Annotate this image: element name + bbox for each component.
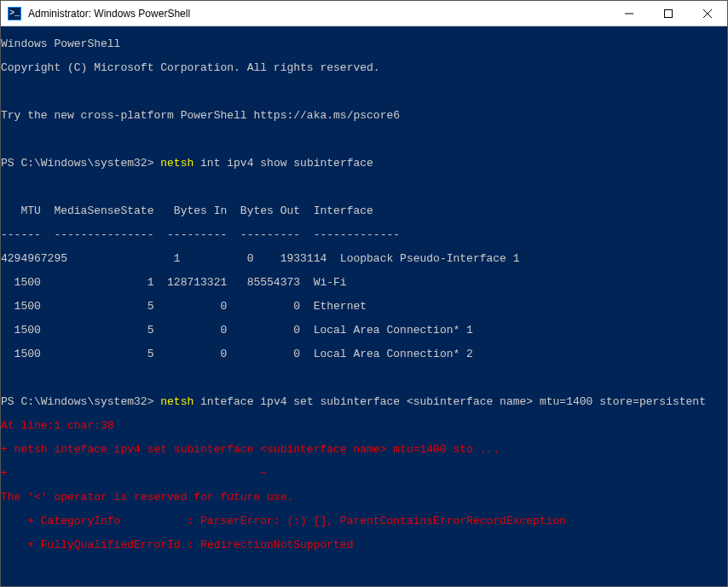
error-line: At line:1 char:38 [1, 420, 727, 432]
cmd-args: int ipv4 show subinterface [194, 157, 373, 170]
banner-line: Windows PowerShell [1, 38, 727, 50]
error-line: + CategoryInfo : ParserError: (:) [], Pa… [1, 515, 727, 527]
blank-line [1, 181, 727, 193]
window-title: Administrator: Windows PowerShell [26, 8, 610, 20]
prompt: PS C:\Windows\system32> [1, 157, 153, 170]
try-line: Try the new cross-platform PowerShell ht… [1, 110, 727, 122]
table-row: 1500 1 128713321 85554373 Wi-Fi [1, 277, 727, 289]
table-row: 4294967295 1 0 1933114 Loopback Pseudo-I… [1, 253, 727, 265]
prompt-line: PS C:\Windows\system32> netsh int ipv4 s… [1, 158, 727, 170]
svg-rect-1 [665, 9, 673, 17]
titlebar[interactable]: >_ Administrator: Windows PowerShell [1, 1, 727, 26]
table-divider: ------ --------------- --------- -------… [1, 229, 727, 241]
cmd-keyword: netsh [160, 395, 194, 408]
error-line: + ~ [1, 468, 727, 480]
close-button[interactable] [688, 1, 727, 26]
prompt-line: PS C:\Windows\system32> netsh inteface i… [1, 396, 727, 408]
blank-line [1, 134, 727, 146]
minimize-button[interactable] [610, 1, 649, 26]
blank-line [1, 563, 727, 575]
banner-line: Copyright (C) Microsoft Corporation. All… [1, 62, 727, 74]
blank-line [1, 86, 727, 98]
table-row: 1500 5 0 0 Local Area Connection* 2 [1, 348, 727, 360]
prompt: PS C:\Windows\system32> [1, 395, 153, 408]
table-header: MTU MediaSenseState Bytes In Bytes Out I… [1, 205, 727, 217]
table-row: 1500 5 0 0 Ethernet [1, 301, 727, 313]
powershell-icon: >_ [8, 7, 21, 20]
table-row: 1500 5 0 0 Local Area Connection* 1 [1, 325, 727, 337]
terminal[interactable]: Windows PowerShell Copyright (C) Microso… [1, 26, 727, 587]
error-line: + FullyQualifiedErrorId : RedirectionNot… [1, 539, 727, 551]
error-line: The '<' operator is reserved for future … [1, 492, 727, 504]
maximize-button[interactable] [649, 1, 688, 26]
cmd-keyword: netsh [160, 157, 194, 170]
error-line: + netsh inteface ipv4 set subinterface <… [1, 444, 727, 456]
cmd-args: inteface ipv4 set subinterface <subinter… [194, 395, 706, 408]
blank-line [1, 372, 727, 384]
